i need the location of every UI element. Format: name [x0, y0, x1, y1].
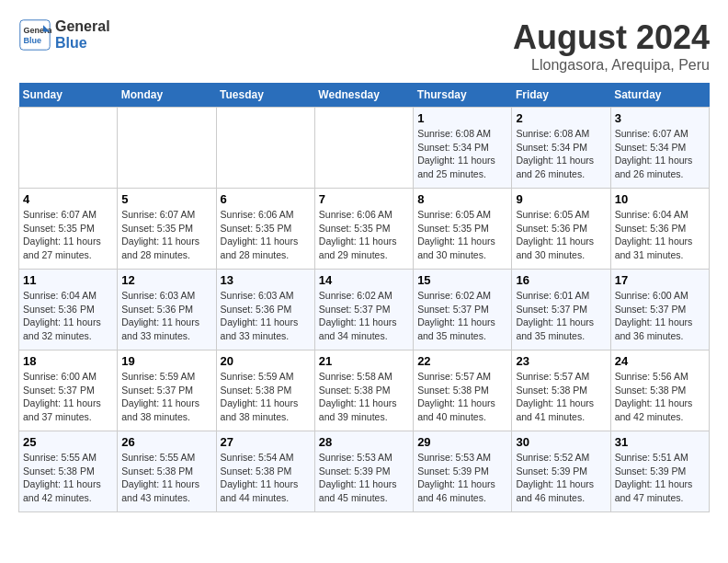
calendar-cell: 28Sunrise: 5:53 AM Sunset: 5:39 PM Dayli… [314, 431, 413, 512]
calendar-cell: 24Sunrise: 5:56 AM Sunset: 5:38 PM Dayli… [610, 350, 709, 431]
calendar-cell: 3Sunrise: 6:07 AM Sunset: 5:34 PM Daylig… [610, 108, 709, 189]
day-number: 24 [615, 354, 705, 368]
day-content: Sunrise: 5:57 AM Sunset: 5:38 PM Dayligh… [516, 370, 606, 424]
day-number: 18 [23, 354, 113, 368]
day-number: 15 [417, 273, 507, 287]
day-content: Sunrise: 6:00 AM Sunset: 5:37 PM Dayligh… [615, 289, 705, 343]
column-header-saturday: Saturday [610, 83, 709, 108]
day-content: Sunrise: 6:06 AM Sunset: 5:35 PM Dayligh… [221, 208, 311, 262]
day-content: Sunrise: 5:56 AM Sunset: 5:38 PM Dayligh… [615, 370, 705, 424]
calendar-week-row: 25Sunrise: 5:55 AM Sunset: 5:38 PM Dayli… [19, 431, 710, 512]
calendar-subtitle: Llongasora, Arequipa, Peru [513, 57, 710, 74]
calendar-week-row: 4Sunrise: 6:07 AM Sunset: 5:35 PM Daylig… [19, 189, 710, 270]
calendar-cell: 1Sunrise: 6:08 AM Sunset: 5:34 PM Daylig… [414, 108, 512, 189]
day-content: Sunrise: 5:55 AM Sunset: 5:38 PM Dayligh… [121, 451, 211, 505]
calendar-cell: 4Sunrise: 6:07 AM Sunset: 5:35 PM Daylig… [19, 189, 118, 270]
day-content: Sunrise: 5:53 AM Sunset: 5:39 PM Dayligh… [417, 451, 507, 505]
calendar-week-row: 1Sunrise: 6:08 AM Sunset: 5:34 PM Daylig… [19, 108, 710, 189]
calendar-cell: 30Sunrise: 5:52 AM Sunset: 5:39 PM Dayli… [512, 431, 610, 512]
logo-icon: General Blue [18, 18, 51, 52]
day-content: Sunrise: 6:00 AM Sunset: 5:37 PM Dayligh… [23, 370, 113, 424]
day-number: 16 [516, 273, 606, 287]
column-header-tuesday: Tuesday [216, 83, 314, 108]
calendar-cell: 20Sunrise: 5:59 AM Sunset: 5:38 PM Dayli… [216, 350, 314, 431]
day-number: 3 [615, 111, 705, 125]
calendar-week-row: 11Sunrise: 6:04 AM Sunset: 5:36 PM Dayli… [19, 270, 710, 350]
day-number: 21 [319, 354, 409, 368]
column-header-wednesday: Wednesday [314, 83, 413, 108]
calendar-cell: 11Sunrise: 6:04 AM Sunset: 5:36 PM Dayli… [19, 270, 118, 350]
day-content: Sunrise: 6:08 AM Sunset: 5:34 PM Dayligh… [417, 127, 507, 181]
calendar-cell: 12Sunrise: 6:03 AM Sunset: 5:36 PM Dayli… [118, 270, 216, 350]
day-content: Sunrise: 6:07 AM Sunset: 5:35 PM Dayligh… [121, 208, 211, 262]
logo-text-general: General [55, 18, 110, 35]
day-number: 20 [221, 354, 311, 368]
calendar-cell: 14Sunrise: 6:02 AM Sunset: 5:37 PM Dayli… [314, 270, 413, 350]
day-number: 8 [417, 192, 507, 206]
day-number: 4 [23, 192, 113, 206]
day-content: Sunrise: 5:59 AM Sunset: 5:38 PM Dayligh… [221, 370, 311, 424]
day-content: Sunrise: 5:54 AM Sunset: 5:38 PM Dayligh… [221, 451, 311, 505]
day-content: Sunrise: 5:53 AM Sunset: 5:39 PM Dayligh… [319, 451, 409, 505]
day-number: 30 [516, 435, 606, 449]
day-number: 25 [23, 435, 113, 449]
calendar-table: SundayMondayTuesdayWednesdayThursdayFrid… [18, 83, 710, 512]
logo-text-blue: Blue [55, 35, 110, 52]
day-number: 13 [221, 273, 311, 287]
calendar-cell: 7Sunrise: 6:06 AM Sunset: 5:35 PM Daylig… [314, 189, 413, 270]
day-number: 14 [319, 273, 409, 287]
day-number: 2 [516, 111, 606, 125]
svg-text:Blue: Blue [23, 36, 41, 45]
calendar-cell: 26Sunrise: 5:55 AM Sunset: 5:38 PM Dayli… [118, 431, 216, 512]
column-header-friday: Friday [512, 83, 610, 108]
calendar-cell: 5Sunrise: 6:07 AM Sunset: 5:35 PM Daylig… [118, 189, 216, 270]
calendar-cell: 29Sunrise: 5:53 AM Sunset: 5:39 PM Dayli… [414, 431, 512, 512]
day-number: 6 [221, 192, 311, 206]
day-number: 28 [319, 435, 409, 449]
column-header-thursday: Thursday [414, 83, 512, 108]
day-content: Sunrise: 6:07 AM Sunset: 5:35 PM Dayligh… [23, 208, 113, 262]
day-content: Sunrise: 5:59 AM Sunset: 5:37 PM Dayligh… [121, 370, 211, 424]
column-header-sunday: Sunday [19, 83, 118, 108]
day-content: Sunrise: 6:04 AM Sunset: 5:36 PM Dayligh… [615, 208, 705, 262]
calendar-title: August 2024 [513, 18, 710, 57]
calendar-cell: 25Sunrise: 5:55 AM Sunset: 5:38 PM Dayli… [19, 431, 118, 512]
day-number: 7 [319, 192, 409, 206]
page-header: General Blue General Blue August 2024 Ll… [18, 18, 710, 74]
calendar-cell: 16Sunrise: 6:01 AM Sunset: 5:37 PM Dayli… [512, 270, 610, 350]
column-header-monday: Monday [118, 83, 216, 108]
day-content: Sunrise: 6:03 AM Sunset: 5:36 PM Dayligh… [221, 289, 311, 343]
logo: General Blue General Blue [18, 18, 110, 52]
day-number: 19 [121, 354, 211, 368]
day-number: 23 [516, 354, 606, 368]
calendar-cell [118, 108, 216, 189]
calendar-cell: 22Sunrise: 5:57 AM Sunset: 5:38 PM Dayli… [414, 350, 512, 431]
calendar-cell: 19Sunrise: 5:59 AM Sunset: 5:37 PM Dayli… [118, 350, 216, 431]
day-content: Sunrise: 6:01 AM Sunset: 5:37 PM Dayligh… [516, 289, 606, 343]
day-number: 29 [417, 435, 507, 449]
day-content: Sunrise: 5:55 AM Sunset: 5:38 PM Dayligh… [23, 451, 113, 505]
calendar-cell: 10Sunrise: 6:04 AM Sunset: 5:36 PM Dayli… [610, 189, 709, 270]
calendar-week-row: 18Sunrise: 6:00 AM Sunset: 5:37 PM Dayli… [19, 350, 710, 431]
day-number: 5 [121, 192, 211, 206]
day-number: 10 [615, 192, 705, 206]
day-number: 31 [615, 435, 705, 449]
calendar-cell: 2Sunrise: 6:08 AM Sunset: 5:34 PM Daylig… [512, 108, 610, 189]
day-number: 12 [121, 273, 211, 287]
day-number: 1 [417, 111, 507, 125]
day-content: Sunrise: 6:07 AM Sunset: 5:34 PM Dayligh… [615, 127, 705, 181]
calendar-cell: 18Sunrise: 6:00 AM Sunset: 5:37 PM Dayli… [19, 350, 118, 431]
calendar-cell: 27Sunrise: 5:54 AM Sunset: 5:38 PM Dayli… [216, 431, 314, 512]
day-number: 26 [121, 435, 211, 449]
day-content: Sunrise: 6:04 AM Sunset: 5:36 PM Dayligh… [23, 289, 113, 343]
calendar-cell [216, 108, 314, 189]
calendar-cell: 31Sunrise: 5:51 AM Sunset: 5:39 PM Dayli… [610, 431, 709, 512]
calendar-cell: 23Sunrise: 5:57 AM Sunset: 5:38 PM Dayli… [512, 350, 610, 431]
title-block: August 2024 Llongasora, Arequipa, Peru [513, 18, 710, 74]
day-content: Sunrise: 6:02 AM Sunset: 5:37 PM Dayligh… [417, 289, 507, 343]
day-number: 27 [221, 435, 311, 449]
day-number: 9 [516, 192, 606, 206]
day-content: Sunrise: 5:51 AM Sunset: 5:39 PM Dayligh… [615, 451, 705, 505]
day-content: Sunrise: 6:05 AM Sunset: 5:35 PM Dayligh… [417, 208, 507, 262]
calendar-cell: 13Sunrise: 6:03 AM Sunset: 5:36 PM Dayli… [216, 270, 314, 350]
